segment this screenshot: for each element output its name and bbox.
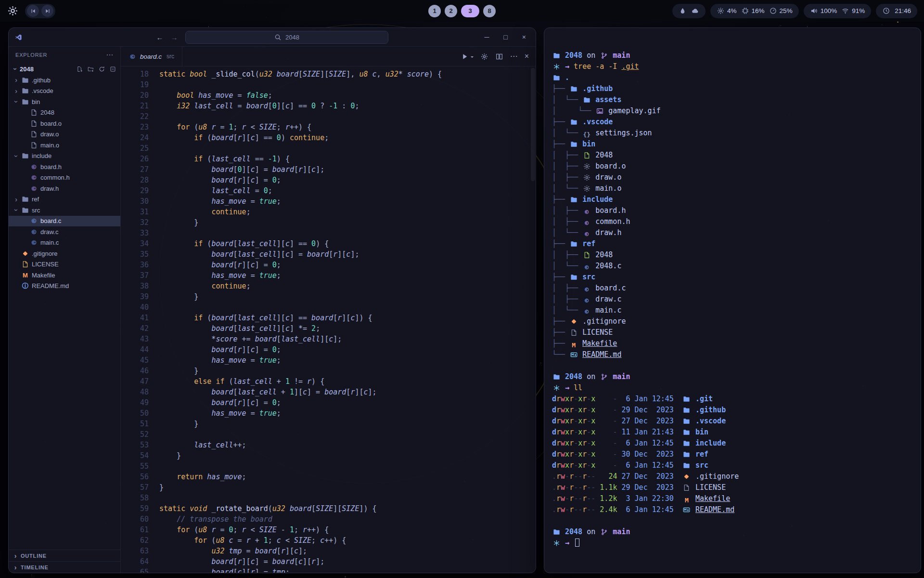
nav-forward-button[interactable]: →	[171, 33, 178, 41]
volume-level: 100%	[821, 7, 837, 14]
tab-board-c[interactable]: © board.c src	[121, 47, 182, 66]
launcher-icon[interactable]	[7, 5, 18, 17]
tree-item-Makefile[interactable]: MMakefile	[9, 270, 120, 281]
code-editor[interactable]: 18static bool _slide_col(u32 board[SIZE]…	[121, 66, 536, 573]
tree-item-README.md[interactable]: ⓘREADME.md	[9, 281, 120, 292]
tree-item-LICENSE[interactable]: LICENSE	[9, 259, 120, 270]
workspace-8[interactable]: 8	[483, 5, 496, 17]
code-line: 23 for (u8 r = 1; r < SIZE; r++) {	[121, 122, 536, 132]
workspace-2[interactable]: 2	[445, 5, 457, 17]
clock-widget[interactable]: 21:46	[876, 4, 917, 18]
terminal-line: →	[552, 538, 913, 549]
explorer-more-icon[interactable]: ⋯	[106, 51, 114, 59]
code-line: 42 board[last_cell][c] *= 2;	[121, 323, 536, 334]
tree-item-draw.h[interactable]: ©draw.h	[9, 183, 120, 194]
terminal-line: 2048 on main	[552, 526, 913, 538]
code-line: 55	[121, 461, 536, 472]
refresh-icon[interactable]	[98, 65, 105, 73]
maximize-button[interactable]: □	[503, 33, 507, 41]
workspace-1[interactable]: 1	[428, 5, 441, 17]
code-line: 52	[121, 429, 536, 440]
tree-item-.gitignore[interactable]: .gitignore	[9, 248, 120, 259]
tree-item-label: src	[32, 207, 40, 214]
minimize-button[interactable]: ─	[484, 33, 489, 41]
split-editor-icon[interactable]	[495, 53, 503, 60]
tree-item-board.h[interactable]: ©board.h	[9, 161, 120, 172]
disk-stat: 25%	[769, 7, 793, 15]
new-folder-icon[interactable]	[87, 65, 94, 73]
close-button[interactable]: ×	[522, 33, 526, 41]
tree-item-board.c[interactable]: ©board.c	[9, 216, 120, 227]
tree-item-label: .vscode	[32, 87, 53, 94]
tree-item-include[interactable]: ›include	[9, 151, 120, 162]
line-number: 64	[121, 556, 159, 567]
code-line: 34 if (board[last_cell][c] == 0) {	[121, 238, 536, 249]
tree-item-main.o[interactable]: main.o	[9, 140, 120, 151]
new-file-icon[interactable]	[76, 65, 83, 73]
run-dropdown-icon[interactable]	[471, 56, 474, 59]
tree-item-label: draw.c	[40, 228, 59, 236]
tree-item-draw.c[interactable]: ©draw.c	[9, 226, 120, 237]
tree-item-bin[interactable]: ›bin	[9, 96, 120, 107]
snow-icon	[552, 384, 561, 392]
line-number: 65	[121, 567, 159, 573]
tree-item-label: include	[32, 152, 51, 159]
outline-panel[interactable]: › OUTLINE	[9, 550, 120, 561]
line-number: 63	[121, 546, 159, 556]
tab-filename: board.c	[140, 53, 162, 60]
terminal-line: 2048 on main	[552, 371, 913, 382]
file-icon	[582, 251, 591, 259]
tab-directory: src	[167, 53, 174, 60]
tree-item-.vscode[interactable]: ›.vscode	[9, 86, 120, 97]
code-text: }	[159, 217, 198, 228]
chevron-right-icon: ›	[13, 564, 18, 571]
close-editor-icon[interactable]: ×	[525, 53, 529, 60]
line-number: 24	[121, 132, 159, 143]
code-line: 59static void _rotate_board(u32 board[SI…	[121, 503, 536, 514]
code-text: board[r][c] = 0;	[159, 260, 281, 270]
code-text: else if (last_cell + 1 != r) {	[159, 376, 324, 387]
media-prev-button[interactable]	[27, 5, 39, 17]
terminal-line: │ └── main.o	[552, 183, 913, 194]
line-number: 50	[121, 408, 159, 419]
code-line: 63 u32 tmp = board[r][c];	[121, 546, 536, 556]
run-file-button[interactable]	[461, 53, 469, 60]
command-center-search[interactable]: 2048	[185, 31, 388, 44]
settings-gear-icon[interactable]	[480, 53, 488, 60]
system-stats[interactable]: 4% 16% 25%	[710, 4, 799, 18]
tree-item-label: main.o	[40, 142, 59, 149]
terminal-line: → ll	[552, 382, 913, 394]
weather-widget[interactable]	[672, 4, 706, 18]
tree-item-ref[interactable]: ›ref	[9, 194, 120, 205]
tree-item-common.h[interactable]: ©common.h	[9, 172, 120, 184]
code-text: board[r][c] = 0;	[159, 175, 281, 185]
code-line: 31 continue;	[121, 207, 536, 217]
line-number: 37	[121, 270, 159, 281]
media-next-button[interactable]	[41, 5, 53, 17]
project-root[interactable]: › 2048	[9, 63, 120, 75]
terminal-line: drwxr-xr-x - 6 Jan 12:45 .git	[552, 394, 913, 405]
more-actions-icon[interactable]: ⋯	[510, 53, 518, 60]
editor-scrollbar[interactable]	[531, 68, 535, 181]
terminal-line: 2048 on main	[552, 50, 913, 61]
workspace-3[interactable]: 3	[461, 5, 479, 17]
tree-item-main.c[interactable]: ©main.c	[9, 237, 120, 249]
tree-item-draw.o[interactable]: draw.o	[9, 129, 120, 140]
collapse-all-icon[interactable]	[109, 65, 116, 73]
timeline-panel[interactable]: › TIMELINE	[9, 561, 120, 573]
workspaces: 1238	[428, 5, 496, 17]
nav-back-button[interactable]: ←	[156, 33, 164, 41]
tree-item-.github[interactable]: ›.github	[9, 75, 120, 86]
tree-item-2048[interactable]: 2048	[9, 107, 120, 118]
folder-icon	[21, 206, 29, 214]
tree-item-board.o[interactable]: board.o	[9, 118, 120, 129]
git-icon	[21, 250, 29, 257]
tree-item-src[interactable]: ›src	[9, 205, 120, 216]
wifi-icon	[841, 7, 849, 15]
chevron-down-icon: ›	[12, 66, 19, 72]
terminal-line: │ ├── © draw.c	[552, 294, 913, 305]
terminal-window[interactable]: 2048 on main → tree -a -I .git .├── .git…	[544, 27, 921, 573]
line-number: 23	[121, 122, 159, 132]
audio-network[interactable]: 100% 91%	[804, 4, 872, 18]
branch-icon	[600, 373, 608, 381]
